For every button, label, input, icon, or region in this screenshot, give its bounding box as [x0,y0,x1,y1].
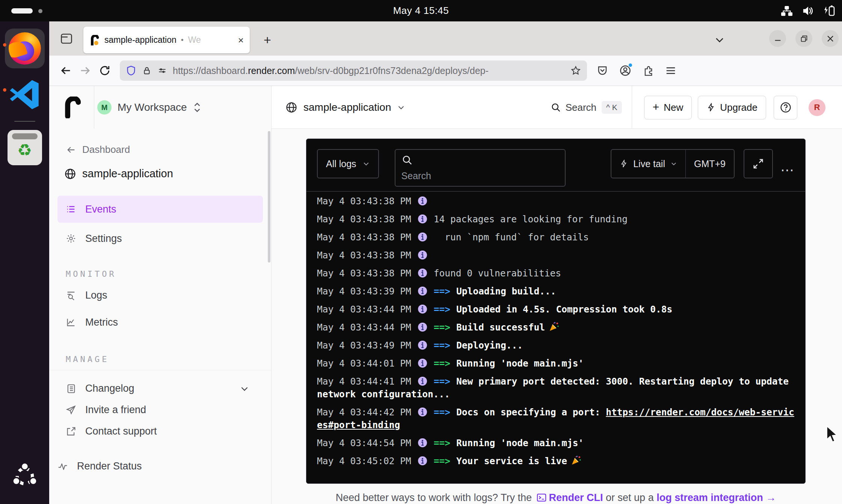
user-avatar[interactable]: R [809,99,825,116]
log-search-input[interactable]: Search [395,149,566,187]
log-message: run `npm fund` for details [434,232,589,243]
sidebar-section-monitor: MONITOR [66,269,271,279]
search-placeholder: Search [401,171,431,181]
chevron-down-icon[interactable] [240,384,249,394]
sidebar-section-manage: MANAGE [66,355,271,364]
log-timestamp: May 4 03:44:41 PM [317,376,411,387]
workspace-switcher-chevrons-icon[interactable] [193,102,201,113]
extensions-icon[interactable] [643,65,654,76]
network-icon[interactable] [781,5,792,17]
menu-hamburger-icon[interactable] [665,65,676,76]
tab-close-button[interactable]: × [238,35,244,45]
battery-charging-icon[interactable] [823,5,835,17]
shield-icon[interactable] [126,65,136,76]
log-more-button[interactable]: ⋯ [780,162,795,178]
service-selector[interactable]: sample-application [285,86,405,129]
search-icon[interactable] [551,102,561,113]
ubuntu-logo-icon[interactable] [0,462,49,490]
workspace-name[interactable]: My Workspace [118,101,187,113]
log-row: May 4 03:44:01 PM==>Running 'node main.m… [317,357,795,370]
paper-plane-icon [66,405,76,415]
new-tab-button[interactable]: + [259,31,276,48]
gear-icon [66,233,76,244]
terminal-icon [536,492,547,503]
timezone-button[interactable]: GMT+9 [686,150,734,178]
firefox-view-button[interactable] [57,30,75,48]
window-minimize-button[interactable] [769,30,786,47]
sidebar-service-title: sample-application [64,167,271,180]
system-clock[interactable]: May 4 15:45 [0,0,842,21]
window-restore-button[interactable] [795,30,812,47]
expand-logs-button[interactable] [744,149,773,178]
account-icon[interactable] [619,65,631,77]
tab-separator: • [181,36,184,44]
window-close-button[interactable] [822,30,839,47]
back-icon[interactable] [56,61,75,80]
bookmark-star-icon[interactable] [570,65,581,76]
log-row: May 4 03:43:38 PMfound 0 vulnerabilities [317,267,795,280]
info-icon [418,438,427,448]
pocket-icon[interactable] [597,65,608,76]
new-button[interactable]: +New [644,96,692,119]
party-popper-icon [571,455,581,466]
dock-firefox-button[interactable] [0,21,49,68]
permissions-icon[interactable] [157,66,167,75]
log-arrow: ==> [434,322,450,333]
list-tabs-chevron-icon[interactable] [711,31,728,48]
log-message: Deploying... [456,340,523,351]
sidebar-item-render-status[interactable]: Render Status [49,456,271,477]
dock-trash-button[interactable]: ♻ [0,122,49,165]
reload-icon[interactable] [95,61,115,80]
vscode-icon [8,77,42,112]
log-timestamp: May 4 03:43:49 PM [317,340,411,351]
dock-vscode-button[interactable] [0,68,49,112]
live-tail-button[interactable]: Live tail [611,150,685,178]
forward-icon[interactable] [75,61,95,80]
sidebar-scrollbar[interactable] [268,131,270,263]
sidebar-item-invite-friend[interactable]: Invite a friend [57,399,263,421]
render-cli-link[interactable]: Render CLI [549,492,603,503]
log-timestamp: May 4 03:43:38 PM [317,232,411,243]
sidebar-divider [49,370,271,370]
log-stream-link[interactable]: log stream integration [656,492,763,503]
sidebar-item-events[interactable]: Events [57,196,263,223]
status-pulse-icon [57,461,68,472]
log-timestamp: May 4 03:44:01 PM [317,358,411,369]
log-filter-dropdown[interactable]: All logs [317,149,379,178]
workspace-avatar[interactable]: M [97,100,112,115]
url-text[interactable]: https://dashboard.render.com/web/srv-d0b… [173,65,565,76]
sidebar-back-dashboard[interactable]: Dashboard [66,144,271,155]
tab-strip: sample-application • We × + [49,21,842,56]
help-button[interactable] [774,96,797,119]
sidebar-item-metrics[interactable]: Metrics [57,310,263,334]
log-message: Running 'node main.mjs' [456,358,584,369]
sidebar-item-contact-support[interactable]: Contact support [57,421,263,442]
browser-toolbar: https://dashboard.render.com/web/srv-d0b… [49,56,842,86]
party-popper-icon [549,321,559,332]
url-bar[interactable]: https://dashboard.render.com/web/srv-d0b… [120,60,587,81]
log-arrow: ==> [434,376,450,387]
log-row: May 4 03:45:02 PM==>Your service is live [317,455,795,468]
browser-tab[interactable]: sample-application • We × [83,27,250,53]
sidebar-item-settings[interactable]: Settings [57,226,263,250]
search-label[interactable]: Search [566,102,596,113]
upgrade-button[interactable]: Upgrade [698,96,766,119]
log-row: May 4 03:43:38 PM [317,195,795,208]
info-icon [418,250,427,260]
info-icon [418,407,427,417]
volume-icon[interactable] [802,5,813,17]
events-list-icon [66,204,76,214]
info-icon [418,286,427,296]
system-top-bar: May 4 15:45 [0,0,842,21]
lock-icon[interactable] [142,66,152,75]
log-arrow: ==> [434,456,450,466]
render-favicon-icon [89,35,100,45]
globe-icon [64,168,76,180]
log-timestamp: May 4 03:43:38 PM [317,268,411,279]
sidebar-item-logs[interactable]: Logs [57,283,263,307]
render-logo-icon[interactable] [64,97,81,118]
log-arrow: ==> [434,438,450,448]
log-rows: May 4 03:43:38 PMMay 4 03:43:38 PM14 pac… [306,192,805,468]
main-content: All logs Search Live tail [272,129,842,504]
sidebar-item-changelog[interactable]: Changelog [57,378,263,399]
